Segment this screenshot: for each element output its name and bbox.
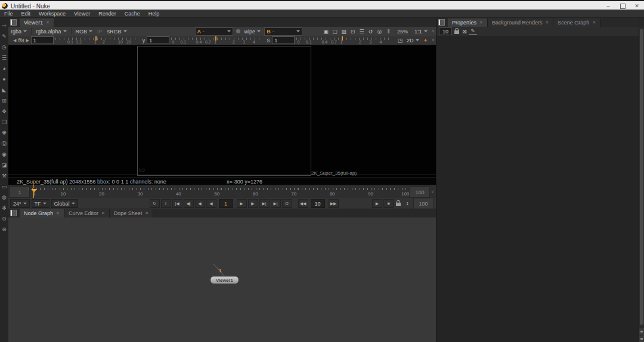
sat-input[interactable]: 1 [272, 36, 295, 44]
lock-panels-icon[interactable] [454, 30, 459, 34]
collapse-icon[interactable]: » [430, 30, 435, 32]
node-graph-canvas[interactable]: 1 Viewer1 [8, 217, 436, 342]
input-b-dropdown[interactable]: B - [264, 27, 302, 36]
time-icon[interactable]: ◷ [1, 42, 8, 52]
color-icon[interactable]: ◕ [1, 63, 8, 74]
image-icon[interactable]: ⇨ [1, 20, 8, 31]
3d-icon[interactable]: ❒ [1, 117, 8, 128]
max-panels-field[interactable]: 10 [439, 27, 452, 35]
play-mode-button[interactable]: ↻ [150, 199, 160, 208]
close-button[interactable]: ✕ [630, 2, 644, 10]
gain-slider[interactable]: 0.1 0.2 1 2 10 20 [55, 36, 139, 44]
cache-icon[interactable]: ↧ [403, 200, 412, 207]
menu-workspace[interactable]: Workspace [35, 11, 70, 17]
maximize-button[interactable] [615, 2, 630, 10]
merge-icon[interactable]: ⊞ [1, 95, 8, 106]
viewer-canvas[interactable]: 0,0 2K_Super_35(full-ap) [8, 45, 436, 177]
step-back-button[interactable]: ◀ [195, 199, 205, 208]
web-icon[interactable]: ⊛ [1, 224, 8, 235]
toolsets-icon[interactable]: ⚒ [1, 170, 8, 181]
metadata-icon[interactable]: ◪ [1, 160, 8, 170]
close-icon[interactable]: ✕ [479, 20, 483, 25]
pause-icon[interactable]: ‖ [384, 27, 393, 35]
draw-icon[interactable]: ✎ [1, 31, 8, 42]
current-frame-field[interactable]: 1 [219, 199, 233, 208]
timeline-filter-dropdown[interactable]: TF [32, 199, 49, 208]
sat-slider[interactable]: 0 0.1 0.4 0.7 1 2 3 4 [296, 36, 390, 44]
zoom-level[interactable]: 25% [397, 29, 408, 35]
viewer1-node[interactable]: Viewer1 [210, 276, 239, 284]
proxy-dropdown[interactable]: 1:1 [412, 27, 430, 35]
clone-viewer-icon[interactable]: ⊡ [348, 27, 357, 35]
play-forward-button[interactable]: ▶ [237, 199, 247, 208]
increment-field[interactable]: 10 [311, 199, 325, 208]
scrollbar[interactable] [639, 27, 644, 342]
ocio-icon[interactable]: ⊖ [1, 213, 8, 224]
range-end-field[interactable]: 100 [413, 198, 434, 209]
roi-icon[interactable]: ◳ [396, 36, 404, 44]
playhead[interactable]: 1 [31, 185, 37, 198]
visible-range-end[interactable]: 100 [410, 186, 430, 198]
tab-properties[interactable]: Properties ✕ [448, 18, 488, 27]
checkerboard-icon[interactable]: ▨ [339, 27, 348, 35]
collapse-icon[interactable]: » [430, 190, 435, 192]
air-icon[interactable]: ◍ [1, 192, 8, 203]
center-icon[interactable]: ◎ [375, 27, 384, 35]
gamma-input[interactable]: 1 [147, 36, 169, 44]
fps-dropdown[interactable]: 24* [10, 199, 30, 208]
sparkles-icon[interactable]: ✻ [1, 203, 8, 213]
first-frame-button[interactable]: |◀ [172, 199, 182, 208]
filter-icon[interactable]: ● [1, 74, 8, 85]
close-icon[interactable]: ✕ [46, 20, 49, 25]
increment-forward-button[interactable]: ▶▶ [329, 199, 339, 208]
keyer-icon[interactable]: ◣ [1, 85, 8, 95]
collapse-icon[interactable]: » [430, 39, 435, 41]
wipe-center-icon[interactable] [236, 29, 240, 33]
viewer-settings-icon[interactable]: ✦ [422, 36, 430, 44]
menu-edit[interactable]: Edit [17, 11, 35, 17]
step-forward-button[interactable]: ▶ [248, 199, 258, 208]
scroll-up-button[interactable] [639, 328, 644, 335]
flipbook-icon[interactable]: ▶ [372, 199, 382, 208]
menu-file[interactable]: File [0, 11, 17, 17]
close-icon[interactable]: ✕ [56, 211, 60, 216]
tab-background-renders[interactable]: Background Renders ✕ [488, 18, 553, 27]
pane-icon[interactable] [10, 210, 17, 216]
next-keyframe-button[interactable]: ▶| [259, 199, 270, 208]
monitor-output-icon[interactable]: ▣ [321, 27, 330, 35]
tab-scene-graph[interactable]: Scene Graph ✕ [553, 18, 600, 27]
pane-icon[interactable] [438, 19, 445, 26]
window-icon[interactable]: ▢ [330, 27, 339, 35]
channels-dropdown[interactable]: rgba [8, 27, 29, 35]
channel-icon[interactable]: ☰ [1, 52, 8, 63]
menu-help[interactable]: Help [144, 11, 164, 17]
gain-next-icon[interactable]: ▶ [26, 38, 29, 43]
menu-cache[interactable]: Cache [120, 11, 144, 17]
gain-prev-icon[interactable]: ◀ [13, 38, 16, 43]
particles-icon[interactable]: ❋ [1, 128, 8, 138]
stack-icon[interactable]: ☰ [357, 27, 366, 35]
alpha-layer-dropdown[interactable]: rgba.alpha [33, 27, 69, 35]
deep-icon[interactable]: Ⓓ [1, 138, 8, 149]
gain-input[interactable]: 1 [31, 36, 54, 44]
menu-viewer[interactable]: Viewer [70, 11, 94, 17]
input-process-button[interactable]: IP [95, 27, 105, 35]
close-icon[interactable]: ✕ [145, 211, 148, 216]
tab-viewer1[interactable]: Viewer1 ✕ [20, 18, 54, 27]
tab-dope-sheet[interactable]: Dope Sheet ✕ [110, 209, 153, 217]
prev-keyframe-button[interactable]: ◀| [184, 199, 194, 208]
scroll-down-button[interactable] [639, 335, 644, 342]
refresh-icon[interactable]: ↺ [366, 27, 375, 35]
close-icon[interactable]: ✕ [592, 20, 596, 25]
tab-curve-editor[interactable]: Curve Editor ✕ [64, 209, 110, 217]
input-a-dropdown[interactable]: A - [195, 27, 233, 36]
range-start-field[interactable]: 1 [10, 186, 30, 198]
menu-render[interactable]: Render [94, 11, 120, 17]
tab-node-graph[interactable]: Node Graph ✕ [20, 209, 64, 217]
edit-icon[interactable]: ✎ [469, 28, 477, 35]
increment-back-button[interactable]: ◀◀ [298, 199, 308, 208]
scrollbar-thumb[interactable] [640, 29, 643, 325]
play-backward-button[interactable]: ◀ [206, 199, 216, 208]
stop-render-icon[interactable]: ■ [383, 199, 394, 208]
viewer-lut-dropdown[interactable]: sRGB [105, 27, 129, 35]
